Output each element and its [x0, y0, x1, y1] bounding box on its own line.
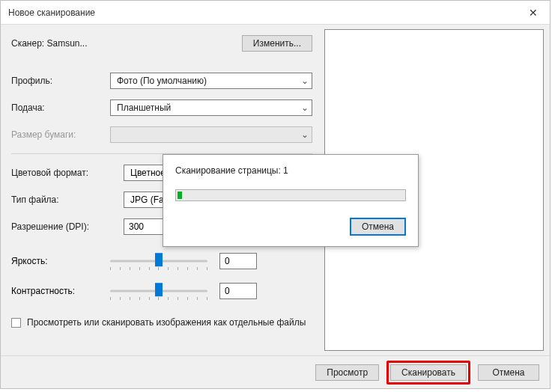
scan-button[interactable]: Сканировать — [390, 364, 467, 381]
brightness-value-input[interactable]: 0 — [219, 253, 257, 269]
color-format-label: Цветовой формат: — [11, 168, 124, 178]
contrast-row: Контрастность: 0 — [11, 283, 312, 299]
close-icon: ✕ — [529, 7, 538, 19]
slider-thumb[interactable] — [155, 283, 163, 296]
chevron-down-icon: ⌄ — [301, 76, 309, 86]
scanner-label: Сканер: Samsun... — [11, 38, 242, 49]
brightness-slider[interactable] — [110, 254, 207, 269]
scan-dialog-window: Новое сканирование ✕ Сканер: Samsun... И… — [0, 0, 551, 389]
chevron-down-icon: ⌄ — [301, 129, 309, 140]
progress-footer: Отмена — [175, 218, 406, 236]
contrast-value-input[interactable]: 0 — [219, 283, 257, 299]
progress-text: Сканирование страницы: 1 — [175, 165, 406, 176]
cancel-button[interactable]: Отмена — [478, 364, 539, 381]
paper-label: Размер бумаги: — [11, 129, 110, 140]
window-title: Новое сканирование — [8, 7, 95, 18]
file-type-label: Тип файла: — [11, 195, 124, 205]
dpi-input[interactable]: 300 — [124, 218, 169, 235]
slider-ticks — [110, 267, 207, 270]
feed-row: Подача: Планшетный ⌄ — [11, 99, 312, 116]
scan-button-highlight: Сканировать — [386, 361, 470, 385]
close-button[interactable]: ✕ — [516, 1, 550, 25]
profile-value: Фото (По умолчанию) — [117, 76, 207, 86]
chevron-down-icon: ⌄ — [301, 102, 309, 113]
progress-bar — [175, 189, 406, 201]
change-scanner-button[interactable]: Изменить... — [242, 35, 312, 52]
profile-label: Профиль: — [11, 76, 110, 86]
separate-files-row: Просмотреть или сканировать изображения … — [11, 317, 312, 328]
titlebar: Новое сканирование ✕ — [1, 1, 550, 25]
paper-select: ⌄ — [110, 126, 312, 143]
contrast-value: 0 — [225, 286, 230, 296]
profile-select[interactable]: Фото (По умолчанию) ⌄ — [110, 73, 312, 89]
color-format-value: Цветное — [130, 168, 166, 178]
brightness-row: Яркость: 0 — [11, 253, 312, 269]
slider-ticks — [110, 297, 207, 300]
progress-dialog: Сканирование страницы: 1 Отмена — [163, 154, 419, 247]
slider-thumb[interactable] — [155, 253, 163, 266]
profile-row: Профиль: Фото (По умолчанию) ⌄ — [11, 73, 312, 89]
feed-select[interactable]: Планшетный ⌄ — [110, 99, 312, 116]
brightness-value: 0 — [225, 256, 230, 266]
brightness-label: Яркость: — [11, 256, 110, 266]
paper-row: Размер бумаги: ⌄ — [11, 126, 312, 143]
preview-button[interactable]: Просмотр — [315, 364, 379, 381]
dpi-value: 300 — [129, 221, 144, 232]
dpi-label: Разрешение (DPI): — [11, 221, 124, 232]
contrast-label: Контрастность: — [11, 286, 110, 296]
progress-cancel-button[interactable]: Отмена — [350, 218, 406, 236]
dialog-footer: Просмотр Сканировать Отмена — [1, 355, 550, 388]
feed-label: Подача: — [11, 102, 110, 113]
separate-files-checkbox[interactable] — [11, 318, 21, 328]
separate-files-label: Просмотреть или сканировать изображения … — [27, 317, 306, 328]
progress-fill — [178, 192, 182, 199]
feed-value: Планшетный — [117, 102, 171, 113]
contrast-slider[interactable] — [110, 284, 207, 298]
scanner-row: Сканер: Samsun... Изменить... — [11, 35, 312, 52]
